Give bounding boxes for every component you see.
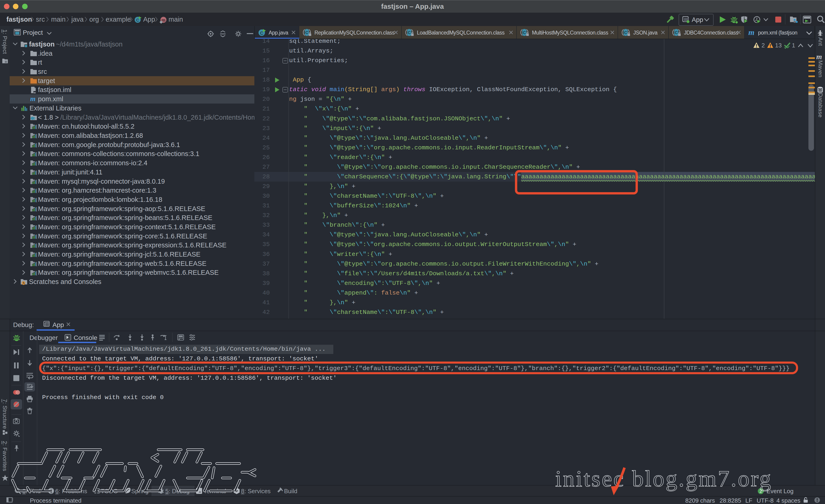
svg-text:C: C (523, 30, 526, 35)
svg-text:13: 13 (775, 42, 782, 49)
svg-text:1: 1 (792, 42, 795, 49)
svg-text:C: C (408, 30, 411, 35)
svg-text:C: C (675, 30, 678, 35)
svg-text:C: C (305, 30, 308, 35)
svg-text:2: 2 (761, 42, 765, 49)
svg-text:C: C (136, 18, 139, 22)
svg-text:C: C (624, 30, 627, 35)
